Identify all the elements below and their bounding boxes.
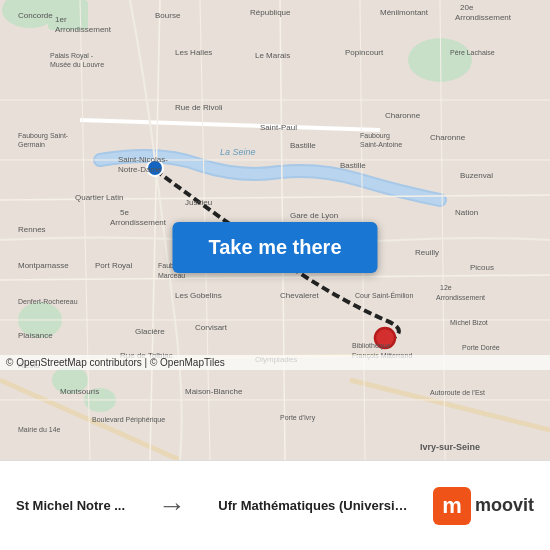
moovit-logo-icon: m [433,487,471,525]
svg-text:5e: 5e [120,208,129,217]
svg-text:Porte d'Ivry: Porte d'Ivry [280,414,316,422]
svg-text:Michel Bizot: Michel Bizot [450,319,488,326]
svg-text:Port Royal: Port Royal [95,261,133,270]
svg-text:Autoroute de l'Est: Autoroute de l'Est [430,389,485,396]
destination-info: Ufr Mathématiques (Université ... [218,498,408,513]
svg-text:Père Lachaise: Père Lachaise [450,49,495,56]
svg-text:Plaisance: Plaisance [18,331,53,340]
moovit-logo: m moovit [433,487,534,525]
svg-text:Buzenval: Buzenval [460,171,493,180]
svg-text:Jussieu: Jussieu [185,198,212,207]
svg-text:Rue de Rivoli: Rue de Rivoli [175,103,223,112]
svg-text:Concorde: Concorde [18,11,53,20]
svg-text:Montsouris: Montsouris [60,387,99,396]
svg-text:Maison-Blanche: Maison-Blanche [185,387,243,396]
svg-text:Bastille: Bastille [340,161,366,170]
svg-text:Bibliothèque: Bibliothèque [352,342,391,350]
svg-text:Saint-Paul: Saint-Paul [260,123,297,132]
svg-text:Bastille: Bastille [290,141,316,150]
svg-text:Arrondissement: Arrondissement [455,13,512,22]
svg-text:Les Halles: Les Halles [175,48,212,57]
svg-text:Corvisart: Corvisart [195,323,228,332]
svg-text:Palais Royal -: Palais Royal - [50,52,94,60]
svg-text:Faubourg Saint-: Faubourg Saint- [18,132,69,140]
svg-text:République: République [250,8,291,17]
moovit-logo-text: moovit [475,495,534,516]
svg-text:Gare de Lyon: Gare de Lyon [290,211,338,220]
svg-text:Chevaleret: Chevaleret [280,291,319,300]
svg-text:Notre-Dame: Notre-Dame [118,165,162,174]
take-me-there-button[interactable]: Take me there [172,222,377,273]
svg-text:Porte Dorée: Porte Dorée [462,344,500,351]
svg-text:Popincourt: Popincourt [345,48,384,57]
svg-text:20e: 20e [460,3,474,12]
svg-text:Montparnasse: Montparnasse [18,261,69,270]
svg-text:Faubourg: Faubourg [360,132,390,140]
map-container: Concorde 1er Arrondissement Bourse Répub… [0,0,550,460]
svg-text:Saint-Antoine: Saint-Antoine [360,141,402,148]
svg-text:Les Gobelins: Les Gobelins [175,291,222,300]
svg-text:Rennes: Rennes [18,225,46,234]
bottom-bar: St Michel Notre ... → Ufr Mathématiques … [0,460,550,550]
svg-text:Quartier Latin: Quartier Latin [75,193,123,202]
svg-text:Ivry-sur-Seine: Ivry-sur-Seine [420,442,480,452]
origin-name: St Michel Notre ... [16,498,125,513]
svg-text:12e: 12e [440,284,452,291]
svg-text:Arrondissement: Arrondissement [436,294,485,301]
map-attribution: © OpenStreetMap contributors | © OpenMap… [0,355,550,370]
svg-text:Charonne: Charonne [430,133,466,142]
svg-text:1er: 1er [55,15,67,24]
svg-text:Glacière: Glacière [135,327,165,336]
svg-text:Denfert-Rochereau: Denfert-Rochereau [18,298,78,305]
destination-name: Ufr Mathématiques (Université ... [218,498,408,513]
svg-text:Nation: Nation [455,208,478,217]
svg-text:Arrondissement: Arrondissement [110,218,167,227]
svg-text:Charonne: Charonne [385,111,421,120]
svg-text:Boulevard Périphérique: Boulevard Périphérique [92,416,165,424]
svg-text:Musée du Louvre: Musée du Louvre [50,61,104,68]
direction-arrow: → [158,490,186,522]
svg-text:Bourse: Bourse [155,11,181,20]
svg-text:Germain: Germain [18,141,45,148]
origin-info: St Michel Notre ... [16,498,125,513]
svg-text:Cour Saint-Émilion: Cour Saint-Émilion [355,291,413,299]
svg-text:Saint-Nicolas-: Saint-Nicolas- [118,155,168,164]
svg-text:Reuilly: Reuilly [415,248,439,257]
svg-text:Mairie du 14e: Mairie du 14e [18,426,61,433]
svg-text:La Seine: La Seine [220,147,256,157]
svg-text:Arrondissement: Arrondissement [55,25,112,34]
svg-text:Ménilmontant: Ménilmontant [380,8,429,17]
svg-text:Marceau: Marceau [158,272,185,279]
svg-text:Picous: Picous [470,263,494,272]
svg-text:Le Marais: Le Marais [255,51,290,60]
